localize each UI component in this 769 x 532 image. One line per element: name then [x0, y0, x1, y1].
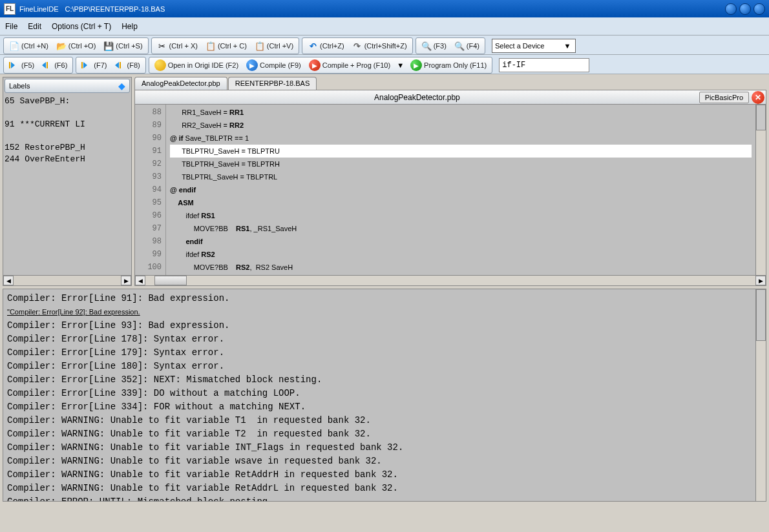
compile-prog-button[interactable]: ▶Compile + Prog (F10) [305, 58, 394, 72]
search-icon [454, 41, 465, 51]
minimize-button[interactable] [725, 3, 737, 15]
close-button[interactable] [753, 3, 765, 15]
editor-hscroll[interactable]: ◀ ▶ [135, 275, 766, 285]
editor-filename: AnalogPeakDetector.pbp [135, 93, 699, 102]
toolbar-row-2: (F5) (F6) (F7) (F8) Open in Origi IDE (F… [0, 55, 769, 74]
if-expression-input[interactable]: if-IF [499, 58, 589, 72]
diamond-icon: ◆ [118, 81, 125, 91]
labels-panel: Labels ◆ 65 SavePBP_H: 91 ***CURRENT LI … [3, 77, 132, 286]
editor-header: AnalogPeakDetector.pbp PicBasicPro ✕ [135, 90, 766, 105]
undo-icon [308, 41, 318, 51]
play-icon: ▶ [246, 59, 258, 71]
step-f6-button[interactable]: (F6) [38, 58, 71, 72]
app-icon: FL [4, 3, 16, 15]
scroll-right-icon[interactable]: ▶ [121, 276, 131, 285]
labels-hscroll[interactable]: ◀ ▶ [3, 275, 131, 285]
open-button[interactable]: (Ctrl +O) [52, 39, 100, 53]
program-only-button[interactable]: ▶Program Only (F11) [406, 58, 490, 72]
scroll-right-icon[interactable]: ▶ [755, 276, 766, 285]
close-editor-button[interactable]: ✕ [752, 91, 764, 104]
device-select-label: Select a Device [495, 42, 544, 50]
output-text[interactable]: Compiler: Error[Line 91]: Bad expression… [3, 289, 755, 501]
cut-icon [157, 41, 167, 51]
menu-help[interactable]: Help [121, 22, 138, 31]
step-f8-button[interactable]: (F8) [111, 58, 144, 72]
line-gutter: 888990919293949596979899100 [135, 105, 166, 275]
undo-button[interactable]: (Ctrl+Z) [304, 39, 348, 53]
step-left-icon [42, 62, 52, 68]
scrollbar-thumb[interactable] [756, 289, 766, 341]
play-icon: ▶ [309, 59, 321, 71]
new-button[interactable]: (Ctrl +N) [5, 39, 52, 53]
scrollbar-thumb[interactable] [756, 105, 766, 130]
search-icon [421, 41, 432, 51]
tab-reenter[interactable]: REENTERPBP-18.BAS [228, 77, 317, 90]
labels-header-text: Labels [9, 82, 30, 90]
menu-edit[interactable]: Edit [28, 22, 41, 31]
step-right-icon [81, 62, 92, 68]
title-bar: FL FineLineIDE C:\PBP\REENTERPBP-18.BAS [0, 0, 769, 17]
menu-file[interactable]: File [5, 22, 17, 31]
copy-button[interactable]: (Ctrl + C) [202, 39, 251, 53]
step-f7-button[interactable]: (F7) [78, 58, 111, 72]
folder-open-icon [56, 41, 67, 51]
cut-button[interactable]: (Ctrl + X) [153, 39, 202, 53]
maximize-button[interactable] [739, 3, 751, 15]
save-button[interactable]: (Ctrl +S) [100, 39, 146, 53]
app-title: FineLineIDE C:\PBP\REENTERPBP-18.BAS [19, 5, 165, 14]
chevron-down-icon[interactable]: ▼ [394, 61, 406, 69]
menu-bar: File Edit Options (Ctrl + T) Help [0, 17, 769, 36]
scroll-left-icon[interactable]: ◀ [3, 276, 14, 285]
copy-icon [205, 41, 216, 51]
editor-tabs: AnalogPeakDetector.pbp REENTERPBP-18.BAS [134, 77, 766, 90]
output-vscroll[interactable] [755, 289, 766, 501]
redo-button[interactable]: (Ctrl+Shift+Z) [348, 39, 411, 53]
redo-icon [352, 41, 363, 51]
labels-list[interactable]: 65 SavePBP_H: 91 ***CURRENT LI 152 Resto… [3, 94, 131, 275]
step-left-icon [115, 62, 125, 68]
play-icon: ▶ [410, 59, 422, 71]
open-orig-ide-button[interactable]: Open in Origi IDE (F2) [151, 58, 242, 72]
menu-options[interactable]: Options (Ctrl + T) [52, 22, 111, 31]
scroll-left-icon[interactable]: ◀ [135, 276, 145, 285]
find-next-button[interactable]: (F4) [450, 39, 483, 53]
language-badge[interactable]: PicBasicPro [699, 92, 749, 103]
paste-button[interactable]: (Ctrl +V) [251, 39, 297, 53]
find-button[interactable]: (F3) [417, 39, 450, 53]
scrollbar-thumb[interactable] [154, 276, 187, 285]
toolbar-row-1: (Ctrl +N) (Ctrl +O) (Ctrl +S) (Ctrl + X)… [0, 36, 769, 55]
paste-icon [255, 41, 265, 51]
labels-header[interactable]: Labels ◆ [5, 79, 130, 93]
compile-button[interactable]: ▶Compile (F9) [242, 58, 305, 72]
step-right-icon [9, 62, 19, 68]
device-select[interactable]: Select a Device ▼ [492, 39, 576, 53]
document-icon [9, 41, 19, 51]
tab-analog[interactable]: AnalogPeakDetector.pbp [134, 77, 227, 90]
editor-vscroll[interactable] [755, 105, 766, 275]
chevron-down-icon: ▼ [562, 41, 573, 51]
code-area[interactable]: RR1_SaveH = RR1 RR2_SaveH = RR2 @ if Sav… [166, 105, 755, 275]
circle-yellow-icon [154, 59, 166, 71]
save-icon [103, 41, 114, 51]
step-f5-button[interactable]: (F5) [5, 58, 38, 72]
output-panel: Compiler: Error[Line 91]: Bad expression… [3, 289, 766, 502]
